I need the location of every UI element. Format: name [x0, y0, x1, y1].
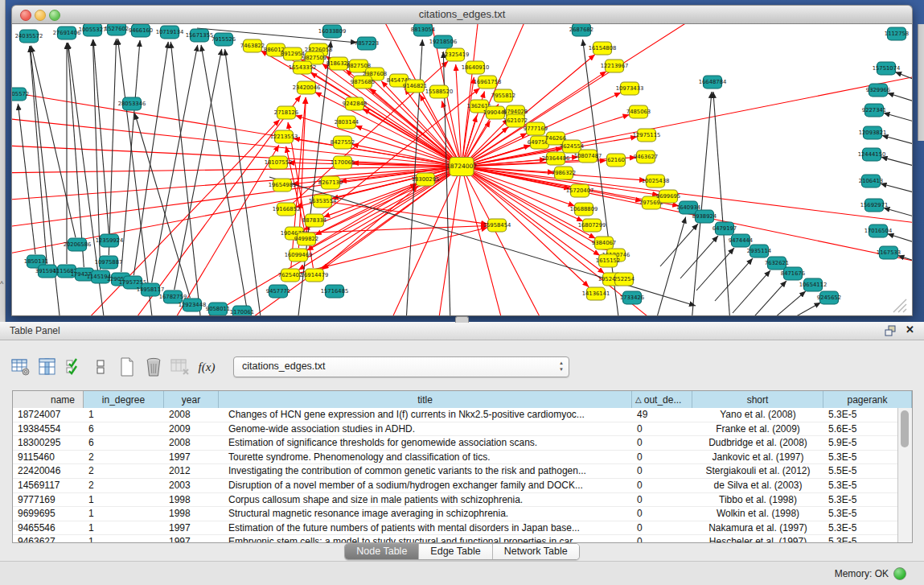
- table-settings-button[interactable]: [11, 356, 31, 377]
- graph-edge: [302, 225, 487, 233]
- table-row[interactable]: 1938455462009Genome-wide association stu…: [13, 422, 898, 437]
- select-column-button[interactable]: [38, 356, 57, 377]
- row-height-button[interactable]: [91, 356, 110, 377]
- graph-node-label: 12975115: [633, 132, 661, 138]
- table-cell: Wolkin et al. (1998): [692, 507, 823, 521]
- table-row[interactable]: 1830029562008Estimation of significance …: [13, 436, 898, 451]
- table-row[interactable]: 977716911998Corpus callosum shape and si…: [13, 493, 898, 508]
- column-header-title[interactable]: title: [219, 391, 632, 408]
- table-row[interactable]: 946554611997Estimation of the future num…: [13, 521, 898, 536]
- table-select-dropdown[interactable]: citations_edges.txt ▲▼: [233, 356, 569, 377]
- graph-edge: [18, 104, 35, 254]
- graph-node-label: 2935114: [747, 248, 771, 254]
- vertical-scrollbar[interactable]: [897, 408, 912, 542]
- table-cell: Hescheler et al. (1997): [692, 535, 823, 542]
- table-cell: 5.9E-5: [823, 436, 898, 450]
- table-cell: 1998: [164, 493, 219, 507]
- column-header-name[interactable]: name: [13, 391, 84, 408]
- new-table-button[interactable]: [117, 356, 137, 377]
- graph-node-label: 1170065: [331, 159, 355, 166]
- table-cell: 2012: [164, 464, 219, 478]
- table-tabbar: Node TableEdge TableNetwork Table: [0, 543, 924, 560]
- graph-node-label: 9329966: [866, 87, 890, 93]
- sort-ascending-icon: △: [635, 395, 642, 404]
- graph-edge: [133, 96, 301, 315]
- graph-edge: [469, 72, 912, 165]
- tab-node-table[interactable]: Node Table: [345, 544, 419, 559]
- float-window-icon[interactable]: [885, 325, 897, 336]
- table-row[interactable]: 1872400712008Changes of HCN gene express…: [13, 408, 898, 422]
- graph-node-label: 9699695: [656, 193, 680, 200]
- graph-edge: [456, 64, 462, 159]
- graph-node-label: 19218506: [429, 39, 458, 45]
- graph-node-label: 8938924: [692, 213, 717, 220]
- graph-edge: [884, 113, 912, 122]
- trash-icon[interactable]: [144, 356, 163, 377]
- background-panel-edge: ^: [0, 0, 6, 322]
- graph-node-label: 2405572: [12, 91, 29, 97]
- graph-node-label: 15588520: [425, 89, 454, 95]
- panel-divider-handle[interactable]: [455, 316, 469, 323]
- graph-node-label: 7986322: [552, 170, 576, 176]
- graph-node-label: 9463627: [634, 154, 658, 160]
- column-header-in-degree[interactable]: in_degree: [84, 391, 164, 408]
- close-icon[interactable]: ✕: [906, 323, 914, 336]
- scrollbar-thumb[interactable]: [901, 410, 909, 447]
- table-cell: 18300295: [13, 436, 84, 450]
- graph-node-label: 16353554: [309, 198, 337, 204]
- column-header-pagerank[interactable]: pagerank: [823, 391, 912, 408]
- graph-node-label: 12093821: [859, 130, 887, 136]
- graph-edge: [68, 43, 84, 267]
- graph-node-label: 7463822: [240, 43, 265, 49]
- table-cell: Structural magnetic resonance image aver…: [219, 507, 632, 521]
- window-titlebar[interactable]: citations_edges.txt: [11, 5, 913, 24]
- graph-edge: [881, 157, 912, 167]
- table-row[interactable]: 969969511998Structural magnetic resonanc…: [13, 507, 898, 521]
- table-row[interactable]: 2242004622012Investigating the contribut…: [13, 464, 898, 479]
- graph-node-label: 18640910: [462, 64, 490, 71]
- table-cell: 1: [84, 535, 164, 542]
- table-cell: 5.3E-5: [823, 408, 898, 422]
- graph-node-label: 1170061: [230, 309, 254, 315]
- graph-edge: [109, 39, 116, 255]
- table-cell: Corpus callosum shape and size in male p…: [219, 493, 632, 507]
- table-row[interactable]: 946362711997Embryonic stem cells: a mode…: [13, 535, 898, 542]
- resize-grip-icon: [893, 299, 906, 312]
- table-cell: Franke et al. (2009): [692, 422, 823, 436]
- background-window-edge: [918, 24, 924, 141]
- graph-node-label: 9466160: [129, 27, 153, 34]
- table-cell: Estimation of the future numbers of pati…: [219, 521, 632, 535]
- graph-node-label: 1621072: [503, 117, 528, 124]
- table-cell: 9463627: [13, 535, 84, 542]
- graph-node-label: 19654985: [269, 182, 297, 188]
- graph-node-label: 9227341: [862, 107, 886, 113]
- graph-node-label: 9058011: [206, 306, 230, 312]
- column-header-short[interactable]: short: [692, 391, 823, 408]
- network-canvas[interactable]: 2403557227691406100553271527602946616010…: [11, 24, 913, 316]
- tab-network-table[interactable]: Network Table: [493, 544, 579, 559]
- table-cell: 9465546: [13, 521, 84, 535]
- table-cell: 5.3E-5: [823, 521, 898, 535]
- graph-node-label: 2106413: [859, 178, 883, 184]
- graph-node-label: 10055327: [79, 27, 107, 33]
- select-rows-button[interactable]: [64, 356, 84, 377]
- function-builder-button[interactable]: f(x): [197, 356, 216, 377]
- table-cell: Investigating the contribution of common…: [219, 464, 632, 478]
- graph-node-label: 12444150: [858, 151, 886, 158]
- graph-node-label: 12325419: [441, 51, 470, 58]
- graph-node-label: 9384067: [592, 240, 616, 246]
- table-row[interactable]: 1456911722003Disruption of a novel membe…: [13, 479, 898, 493]
- table-row[interactable]: 911546021997Tourette syndrome. Phenomeno…: [13, 451, 898, 465]
- graph-node-label: 9457771: [266, 288, 290, 295]
- graph-node-label: 9499822: [294, 236, 318, 242]
- column-header-out-de-[interactable]: △out_de...: [632, 391, 692, 408]
- table-cell: 6: [84, 436, 164, 450]
- graph-node-label: 20364486: [542, 155, 570, 162]
- graph-node-label: 28053346: [118, 101, 146, 107]
- graph-node-label: 16782759: [159, 294, 187, 300]
- graph-node-label: 9777169: [524, 126, 548, 132]
- column-header-year[interactable]: year: [164, 391, 219, 408]
- graph-node-label: 12213553: [270, 134, 298, 140]
- graph-node-label: 16033809: [318, 28, 347, 35]
- tab-edge-table[interactable]: Edge Table: [419, 544, 492, 559]
